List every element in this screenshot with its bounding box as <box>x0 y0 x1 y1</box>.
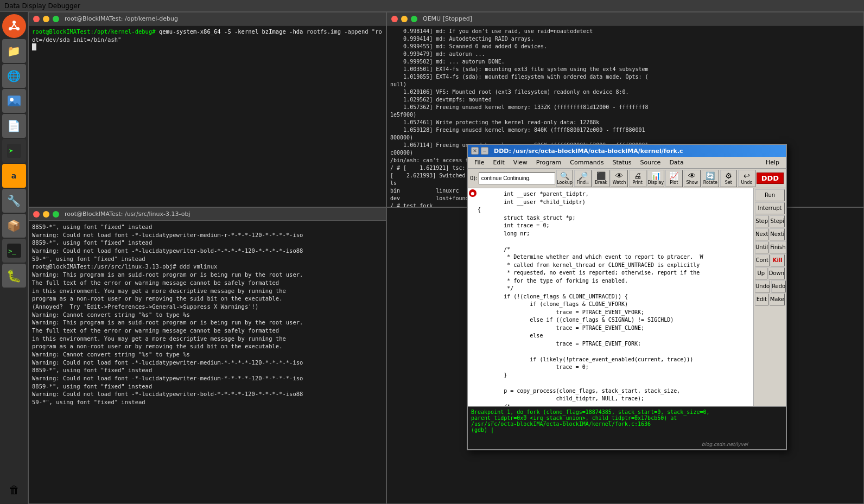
set-icon: ⚙ <box>725 172 732 180</box>
ddd-redo-btn[interactable]: Redo <box>771 280 786 292</box>
ddd-btn-find[interactable]: 🔎 Find= <box>574 170 592 187</box>
ddd-btn-break[interactable]: ⬛ Break <box>593 170 610 187</box>
ddd-btn-find-label: Find= <box>577 180 589 185</box>
sidebar-icon-debug[interactable]: 🐛 <box>2 264 26 288</box>
lookup-icon: 🔍 <box>560 172 569 180</box>
ddd-menu-view[interactable]: View <box>509 158 532 167</box>
ddd-next-btn[interactable]: Next <box>755 228 768 240</box>
sidebar-icon-photos[interactable] <box>2 89 26 113</box>
sidebar: 📁 🌐 📄 ➤ a 🔧 📦 >_ 🐛 🗑 <box>0 12 28 504</box>
find-icon: 🔎 <box>579 172 588 180</box>
terminal2-title: root@BlockIMATest: /usr/src/linux-3.13-o… <box>65 210 190 218</box>
ddd-source-code[interactable]: int __user *parent_tidptr, int __user *c… <box>468 188 786 406</box>
ddd-menu-file[interactable]: File <box>470 158 488 167</box>
qemu-max-btn[interactable] <box>411 16 417 22</box>
ddd-btn-plot[interactable]: 📈 Plot <box>665 170 683 187</box>
ddd-window: ✕ − DDD: /usr/src/octa-blockIMA/octa-blo… <box>467 144 787 450</box>
ddd-menu-status[interactable]: Status <box>608 158 636 167</box>
ddd-btn-undo-label: Undo <box>741 180 752 185</box>
sidebar-icon-libreoffice[interactable]: 📄 <box>2 114 26 138</box>
ddd-step-btns: Step Stepi <box>755 215 785 227</box>
ddd-undo-btn[interactable]: Undo <box>755 280 770 292</box>
qemu-close-btn[interactable] <box>391 16 398 22</box>
ddd-finish-btn[interactable]: Finish <box>770 241 786 253</box>
ddd-toolbar: 0): 🔍 Lookup 🔎 Find= ⬛ Break 👁 Watch 🖨 P… <box>468 169 786 188</box>
terminal1-cursor <box>32 43 36 50</box>
ddd-stepi-btn[interactable]: Stepi <box>770 215 785 227</box>
sidebar-icon-terminal[interactable]: ➤ <box>2 139 26 163</box>
ddd-btn-print[interactable]: 🖨 Print <box>629 170 646 187</box>
ddd-logo: DDD <box>757 173 784 184</box>
ddd-until-btn[interactable]: Until <box>755 241 768 253</box>
sidebar-icon-files[interactable]: 📁 <box>2 39 26 63</box>
terminal2-max-btn[interactable] <box>53 211 59 218</box>
ddd-run-btn[interactable]: Run <box>755 189 785 201</box>
ddd-menu-data[interactable]: Data <box>665 158 688 167</box>
terminal1-min-btn[interactable] <box>43 16 49 22</box>
ddd-btn-undo[interactable]: ↩ Undo <box>738 170 755 187</box>
ddd-toolbar-input[interactable] <box>479 173 555 184</box>
terminal2-titlebar: root@BlockIMATest: /usr/src/linux-3.13-o… <box>29 208 386 221</box>
ddd-menu-commands[interactable]: Commands <box>566 158 608 167</box>
top-bar: Data Display Debugger <box>0 0 864 12</box>
sidebar-icon-system[interactable]: 🔧 <box>2 189 26 213</box>
terminal2-window: root@BlockIMATest: /usr/src/linux-3.13-o… <box>28 207 386 504</box>
ddd-min-btn[interactable]: − <box>481 147 488 155</box>
terminal2-body[interactable]: 8859-*", using font "fixed" instead Warn… <box>29 221 386 503</box>
ddd-btn-print-label: Print <box>633 180 643 185</box>
qemu-min-btn[interactable] <box>401 16 408 22</box>
ddd-down-btn[interactable]: Down <box>768 267 785 279</box>
ddd-toolbar-prompt: 0): <box>470 175 478 181</box>
watch-icon: 👁 <box>615 172 623 180</box>
print-icon: 🖨 <box>634 172 641 180</box>
terminal1-window: root@BlockIMATest: /opt/kernel-debug roo… <box>28 12 386 207</box>
ddd-step-btn[interactable]: Step <box>755 215 768 227</box>
terminal1-close-btn[interactable] <box>33 16 40 22</box>
ddd-btn-watch-label: Watch <box>613 180 626 185</box>
ddd-interrupt-btn[interactable]: Interrupt <box>755 202 785 214</box>
ddd-titlebar: ✕ − DDD: /usr/src/octa-blockIMA/octa-blo… <box>468 145 786 157</box>
sidebar-icon-amazon[interactable]: a <box>2 164 26 188</box>
ddd-btn-lookup[interactable]: 🔍 Lookup <box>556 170 574 187</box>
svg-point-1 <box>12 21 16 24</box>
plot-icon: 📈 <box>669 172 678 180</box>
terminal1-body[interactable]: root@BlockIMATest:/opt/kernel-debug# qem… <box>29 25 386 207</box>
ddd-close-btn[interactable]: ✕ <box>471 147 479 155</box>
ddd-menu-edit[interactable]: Edit <box>488 158 509 167</box>
svg-text:>_: >_ <box>8 247 16 255</box>
display-icon: 📊 <box>651 172 660 180</box>
ddd-btn-plot-label: Plot <box>670 180 678 185</box>
terminal1-max-btn[interactable] <box>53 16 59 22</box>
svg-text:➤: ➤ <box>9 146 13 155</box>
ddd-btn-show[interactable]: 👁 Show <box>684 170 701 187</box>
ddd-menubar: File Edit View Program Commands Status S… <box>468 157 786 169</box>
terminal2-min-btn[interactable] <box>43 211 49 218</box>
sidebar-icon-browser[interactable]: 🌐 <box>2 64 26 88</box>
ddd-cont-kill-btns: Cont Kill <box>755 254 785 266</box>
ddd-btn-display[interactable]: 📊 Display <box>647 170 665 187</box>
ddd-btn-set[interactable]: ⚙ Set <box>720 170 738 187</box>
ddd-title: DDD: /usr/src/octa-blockIMA/octa-blockIM… <box>494 148 783 155</box>
ddd-nexti-btn[interactable]: Nexti <box>770 228 785 240</box>
ddd-btn-rotate[interactable]: 🔄 Rotate <box>702 170 719 187</box>
sidebar-icon-app[interactable]: 📦 <box>2 214 26 238</box>
ddd-next-btns: Next Nexti <box>755 228 785 240</box>
sidebar-icon-terminal2[interactable]: >_ <box>2 239 26 263</box>
ddd-menu-program[interactable]: Program <box>532 158 566 167</box>
terminal1-cmd: qemu-system-x86_64 -S -kernel bzImage -h… <box>159 28 303 35</box>
sidebar-icon-trash[interactable]: 🗑 <box>2 478 26 502</box>
ddd-menu-help[interactable]: Help <box>761 158 784 167</box>
ddd-menu-source[interactable]: Source <box>636 158 665 167</box>
ddd-edit-btn[interactable]: Edit <box>755 294 768 305</box>
ddd-cont-btn[interactable]: Cont <box>755 254 770 266</box>
ddd-make-btn[interactable]: Make <box>770 294 785 305</box>
break-icon: ⬛ <box>596 172 606 180</box>
terminal2-close-btn[interactable] <box>33 211 40 218</box>
ddd-btn-watch[interactable]: 👁 Watch <box>611 170 628 187</box>
sidebar-icon-ubuntu[interactable] <box>2 14 26 38</box>
terminal1-title: root@BlockIMATest: /opt/kernel-debug <box>65 15 178 22</box>
ddd-kill-btn[interactable]: Kill <box>771 254 785 266</box>
ddd-btn-show-label: Show <box>687 180 698 185</box>
ddd-btn-break-label: Break <box>595 180 607 185</box>
ddd-up-btn[interactable]: Up <box>755 267 767 279</box>
